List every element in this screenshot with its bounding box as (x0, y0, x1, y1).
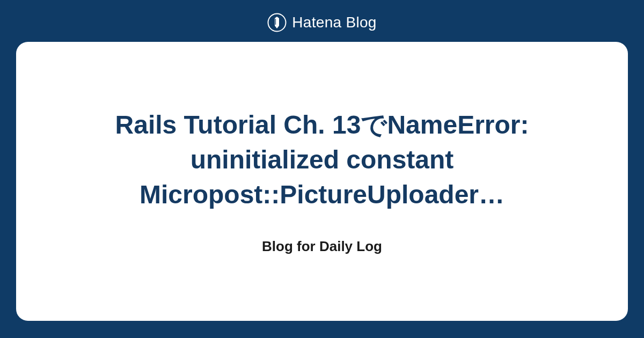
brand-header: Hatena Blog (267, 0, 376, 42)
article-card: Rails Tutorial Ch. 13でNameError: uniniti… (16, 42, 628, 321)
blog-name: Blog for Daily Log (262, 238, 382, 255)
hatena-pen-icon (267, 13, 287, 32)
article-title: Rails Tutorial Ch. 13でNameError: uniniti… (80, 108, 564, 212)
brand-text: Hatena Blog (292, 14, 376, 31)
